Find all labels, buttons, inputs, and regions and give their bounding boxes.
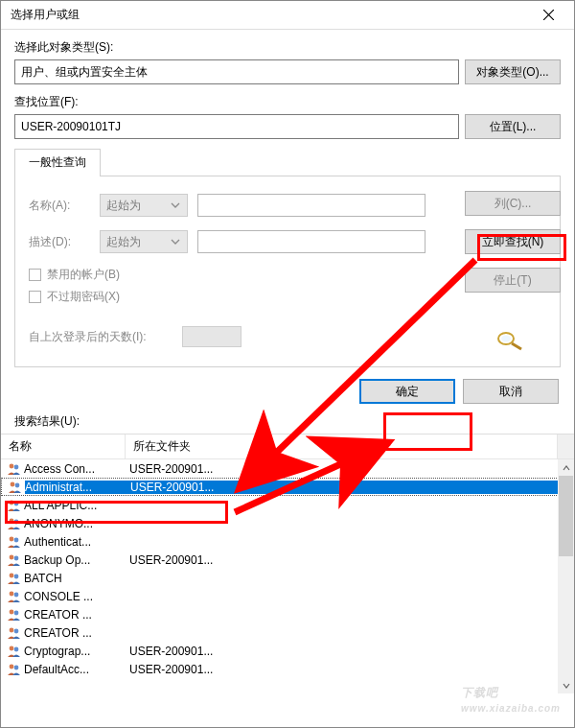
- object-type-input[interactable]: 用户、组或内置安全主体: [14, 59, 459, 84]
- table-row[interactable]: CREATOR ...: [1, 623, 574, 642]
- users-icon: [7, 645, 24, 658]
- row-name: CONSOLE ...: [24, 590, 127, 603]
- row-name: BATCH: [24, 572, 127, 585]
- chevron-down-icon: [171, 200, 180, 210]
- never-expire-label: 不过期密码(X): [47, 289, 120, 305]
- object-type-label: 选择此对象类型(S):: [14, 39, 561, 56]
- svg-point-3: [14, 464, 19, 469]
- columns-button[interactable]: 列(C)...: [465, 191, 561, 216]
- location-input[interactable]: USER-20090101TJ: [14, 114, 459, 139]
- row-folder: USER-200901...: [127, 462, 574, 476]
- desc-input[interactable]: [197, 230, 426, 253]
- row-name: Cryptograp...: [24, 645, 127, 658]
- users-icon: [7, 590, 24, 603]
- days-input[interactable]: [182, 326, 242, 347]
- object-types-button[interactable]: 对象类型(O)...: [465, 59, 561, 84]
- svg-point-18: [10, 609, 14, 614]
- scroll-up-button[interactable]: [558, 459, 574, 476]
- name-input[interactable]: [197, 194, 426, 217]
- row-name: Authenticat...: [24, 535, 127, 549]
- users-icon: [7, 572, 24, 585]
- column-name[interactable]: 名称: [1, 434, 126, 458]
- svg-point-25: [14, 665, 19, 669]
- ok-button[interactable]: 确定: [359, 379, 455, 404]
- users-icon: [7, 499, 24, 512]
- svg-point-14: [10, 573, 14, 577]
- scroll-thumb[interactable]: [559, 476, 573, 556]
- window-title: 选择用户或组: [11, 7, 526, 23]
- row-folder: USER-200901...: [127, 645, 574, 658]
- search-magnifier-icon[interactable]: [493, 328, 523, 353]
- watermark-sub: www.xiazaiba.com: [461, 703, 561, 714]
- svg-point-11: [14, 537, 19, 542]
- table-row[interactable]: CREATOR ...: [1, 605, 574, 623]
- name-mode-combo[interactable]: 起始为: [100, 194, 188, 217]
- table-row[interactable]: CONSOLE ...: [1, 587, 574, 605]
- row-name: Access Con...: [24, 462, 127, 476]
- column-folder[interactable]: 所在文件夹: [126, 434, 558, 458]
- users-icon: [7, 535, 24, 549]
- svg-point-1: [501, 336, 511, 342]
- chevron-down-icon: [171, 237, 180, 247]
- svg-point-4: [11, 481, 15, 486]
- svg-point-13: [14, 555, 19, 560]
- close-icon: [543, 10, 554, 20]
- svg-point-9: [14, 519, 19, 524]
- table-row[interactable]: Backup Op...USER-200901...: [1, 551, 574, 569]
- svg-point-7: [14, 501, 19, 505]
- table-row[interactable]: ANONYMO...: [1, 514, 574, 532]
- results-label: 搜索结果(U):: [1, 411, 574, 434]
- svg-point-19: [14, 610, 19, 615]
- svg-point-5: [15, 482, 20, 487]
- row-name: ALL APPLIC...: [24, 499, 127, 512]
- users-icon: [7, 608, 24, 622]
- row-name: CREATOR ...: [24, 626, 127, 640]
- checkbox-icon: [29, 291, 41, 303]
- close-button[interactable]: [526, 2, 570, 29]
- tab-common-queries[interactable]: 一般性查询: [14, 149, 101, 176]
- table-row[interactable]: Authenticat...: [1, 532, 574, 551]
- svg-point-20: [10, 627, 14, 632]
- stop-button[interactable]: 停止(T): [465, 268, 561, 293]
- grid-header: 名称 所在文件夹: [1, 434, 574, 459]
- checkbox-icon: [29, 269, 41, 281]
- svg-point-16: [10, 591, 14, 596]
- location-label: 查找位置(F):: [14, 94, 561, 110]
- table-row[interactable]: BATCH: [1, 569, 574, 587]
- svg-point-24: [10, 664, 14, 669]
- svg-point-10: [10, 536, 14, 541]
- days-since-login-label: 自上次登录后的天数(I):: [29, 329, 172, 345]
- scroll-track[interactable]: [558, 556, 574, 677]
- users-icon: [7, 553, 24, 567]
- table-row[interactable]: ALL APPLIC...: [1, 496, 574, 514]
- svg-point-8: [10, 518, 14, 523]
- users-icon: [7, 462, 24, 476]
- disabled-accounts-label: 禁用的帐户(B): [47, 267, 120, 283]
- users-icon: [8, 481, 25, 494]
- svg-point-2: [10, 463, 14, 468]
- table-row[interactable]: Access Con...USER-200901...: [1, 459, 574, 478]
- grid-body: Access Con...USER-200901...Administrat..…: [1, 459, 574, 693]
- cancel-button[interactable]: 取消: [463, 379, 559, 404]
- svg-point-23: [14, 646, 19, 651]
- watermark-main: 下载吧: [461, 686, 498, 699]
- locations-button[interactable]: 位置(L)...: [465, 114, 561, 139]
- tab-strip: 一般性查询: [14, 149, 561, 176]
- vertical-scrollbar[interactable]: [558, 459, 574, 693]
- name-mode-value: 起始为: [106, 198, 141, 214]
- row-name: ANONYMO...: [24, 517, 127, 530]
- row-folder: USER-200901...: [128, 481, 573, 494]
- users-icon: [7, 626, 24, 640]
- row-folder: USER-200901...: [127, 553, 574, 567]
- find-now-button[interactable]: 立即查找(N): [465, 229, 561, 254]
- row-name: Administrat...: [25, 481, 128, 494]
- table-row[interactable]: Cryptograp...USER-200901...: [1, 642, 574, 660]
- svg-point-21: [14, 628, 19, 633]
- table-row[interactable]: Administrat...USER-200901...: [1, 478, 574, 496]
- row-name: DefaultAcc...: [24, 663, 127, 676]
- desc-mode-combo[interactable]: 起始为: [100, 230, 188, 253]
- row-name: Backup Op...: [24, 553, 127, 567]
- users-icon: [7, 517, 24, 530]
- watermark: 下载吧 www.xiazaiba.com: [461, 673, 561, 714]
- svg-point-17: [14, 592, 19, 597]
